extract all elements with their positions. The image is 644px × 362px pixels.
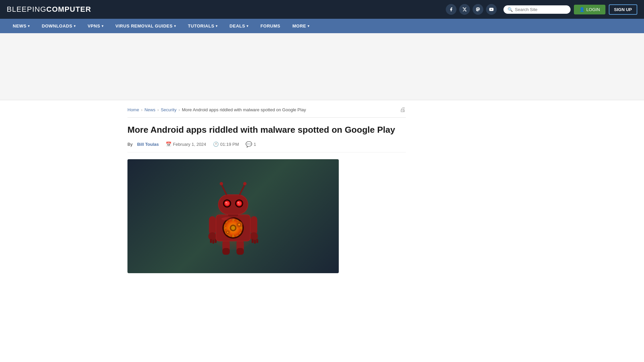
nav-item-more[interactable]: MORE ▾ <box>286 19 316 33</box>
svg-line-36 <box>221 184 226 194</box>
svg-point-39 <box>243 182 247 185</box>
svg-rect-13 <box>252 239 254 243</box>
signup-button[interactable]: SIGN UP <box>609 4 637 15</box>
logo-bold: COMPUTER <box>46 5 91 13</box>
svg-rect-5 <box>236 248 244 255</box>
article-date: February 1, 2024 <box>173 142 206 147</box>
nav-label-downloads: DOWNLOADS <box>42 23 72 28</box>
nav-label-news: NEWS <box>13 23 26 28</box>
nav-label-vpns: VPNS <box>88 23 100 28</box>
article-illustration <box>200 169 267 263</box>
comments-section[interactable]: 💬 1 <box>246 141 256 147</box>
svg-point-8 <box>208 232 216 240</box>
time-section: 🕐 01:19 PM <box>213 141 239 147</box>
nav-label-more: MORE <box>292 23 306 28</box>
logo-light: BLEEPING <box>7 5 46 13</box>
svg-point-48 <box>221 217 235 221</box>
login-label: LOGIN <box>586 7 600 12</box>
nav-item-tutorials[interactable]: TUTORIALS ▾ <box>182 19 223 33</box>
facebook-icon[interactable] <box>446 4 457 15</box>
svg-rect-15 <box>256 239 258 243</box>
svg-point-22 <box>231 226 235 230</box>
mastodon-icon[interactable] <box>473 4 483 15</box>
svg-rect-6 <box>209 216 216 235</box>
nav-item-forums[interactable]: FORUMS <box>254 19 286 33</box>
search-icon: 🔍 <box>507 7 513 12</box>
twitter-icon[interactable] <box>459 4 470 15</box>
nav-arrow-news: ▾ <box>28 24 30 28</box>
youtube-icon[interactable] <box>486 4 497 15</box>
article-image-container <box>127 159 339 273</box>
article-section: Home › News › Security › More Android ap… <box>127 100 406 280</box>
svg-point-28 <box>227 232 228 233</box>
nav-label-forums: FORUMS <box>260 23 280 28</box>
article-image <box>127 159 339 273</box>
site-header: BLEEPINGCOMPUTER 🔍 👤 LOGIN SIGN UP <box>0 0 644 19</box>
user-icon: 👤 <box>579 7 585 12</box>
comments-count: 1 <box>254 142 256 147</box>
article-meta: By Bill Toulas 📅 February 1, 2024 🕐 01:1… <box>127 141 406 153</box>
breadcrumb-left: Home › News › Security › More Android ap… <box>127 107 306 112</box>
svg-rect-7 <box>251 216 257 235</box>
article-title: More Android apps riddled with malware s… <box>127 124 406 136</box>
svg-rect-11 <box>212 240 214 244</box>
nav-arrow-virus: ▾ <box>174 24 176 28</box>
page-wrapper: Home › News › Security › More Android ap… <box>127 100 517 280</box>
nav-label-tutorials: TUTORIALS <box>188 23 214 28</box>
nav-label-virus: VIRUS REMOVAL GUIDES <box>115 23 173 28</box>
social-icons <box>446 4 497 15</box>
site-logo[interactable]: BLEEPINGCOMPUTER <box>7 5 91 14</box>
main-nav: NEWS ▾ DOWNLOADS ▾ VPNS ▾ VIRUS REMOVAL … <box>0 19 644 33</box>
search-bar: 🔍 <box>503 5 571 14</box>
nav-arrow-vpns: ▾ <box>102 24 104 28</box>
search-input[interactable] <box>515 7 567 12</box>
svg-rect-14 <box>254 240 256 244</box>
nav-arrow-downloads: ▾ <box>74 24 76 28</box>
nav-item-virus[interactable]: VIRUS REMOVAL GUIDES ▾ <box>109 19 182 33</box>
breadcrumb-sep-2: › <box>157 108 159 112</box>
ad-banner <box>0 33 644 100</box>
breadcrumb-sep-3: › <box>178 108 180 112</box>
breadcrumb-home[interactable]: Home <box>127 107 139 112</box>
breadcrumb-news[interactable]: News <box>145 107 156 112</box>
svg-point-47 <box>237 202 239 203</box>
calendar-icon: 📅 <box>166 141 171 147</box>
nav-arrow-tutorials: ▾ <box>216 24 218 28</box>
nav-arrow-deals: ▾ <box>247 24 249 28</box>
clock-icon: 🕐 <box>213 141 219 147</box>
svg-rect-35 <box>219 195 248 214</box>
author-link[interactable]: Bill Toulas <box>137 142 159 147</box>
svg-point-25 <box>238 224 240 226</box>
nav-item-news[interactable]: NEWS ▾ <box>7 19 36 33</box>
svg-line-38 <box>240 184 245 194</box>
article-time: 01:19 PM <box>220 142 239 147</box>
date-section: 📅 February 1, 2024 <box>166 141 206 147</box>
svg-rect-10 <box>210 239 212 243</box>
comment-icon: 💬 <box>246 141 252 147</box>
breadcrumb-security[interactable]: Security <box>161 107 176 112</box>
nav-item-vpns[interactable]: VPNS ▾ <box>82 19 109 33</box>
signup-label: SIGN UP <box>614 7 632 12</box>
breadcrumb-current: More Android apps riddled with malware s… <box>182 107 306 112</box>
breadcrumb: Home › News › Security › More Android ap… <box>127 100 406 118</box>
nav-label-deals: DEALS <box>229 23 245 28</box>
svg-rect-4 <box>222 248 230 255</box>
svg-point-9 <box>250 232 258 240</box>
header-right: 🔍 👤 LOGIN SIGN UP <box>446 4 637 15</box>
by-label: By <box>127 142 132 147</box>
main-content: Home › News › Security › More Android ap… <box>121 100 523 280</box>
breadcrumb-sep-1: › <box>141 108 143 112</box>
svg-point-46 <box>225 202 227 203</box>
author-section: By Bill Toulas <box>127 142 159 147</box>
print-icon[interactable]: 🖨 <box>400 106 406 113</box>
svg-point-37 <box>220 182 223 185</box>
login-button[interactable]: 👤 LOGIN <box>574 5 605 14</box>
nav-item-downloads[interactable]: DOWNLOADS ▾ <box>36 19 82 33</box>
nav-arrow-more: ▾ <box>308 24 310 28</box>
nav-item-deals[interactable]: DEALS ▾ <box>223 19 254 33</box>
sidebar <box>416 100 517 280</box>
